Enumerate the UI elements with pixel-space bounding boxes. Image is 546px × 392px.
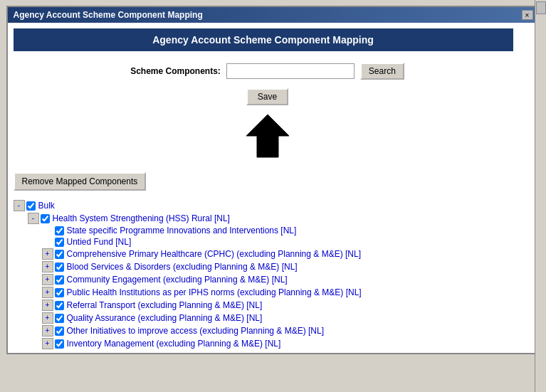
svg-marker-0: [246, 115, 289, 157]
tree-checkbox[interactable]: [55, 263, 64, 272]
tree-item-label[interactable]: Public Health Institutions as per IPHS n…: [67, 287, 362, 297]
tree-checkbox[interactable]: [55, 238, 64, 247]
arrow-indicator: [243, 111, 293, 161]
scrollbar-thumb[interactable]: [536, 1, 546, 14]
tree-checkbox[interactable]: [26, 201, 36, 211]
search-form-row: Scheme Components: Search: [8, 57, 527, 85]
search-button[interactable]: Search: [360, 63, 404, 80]
page-header: Agency Account Scheme Component Mapping: [14, 28, 513, 51]
window-titlebar: Agency Account Scheme Component Mapping …: [8, 7, 539, 23]
tree-item-label[interactable]: Health System Strengthening (HSS) Rural …: [53, 213, 230, 223]
window-title: Agency Account Scheme Component Mapping: [14, 10, 203, 20]
tree-toggle-btn[interactable]: +: [42, 274, 53, 285]
tree-area: -Bulk-Health System Strengthening (HSS) …: [8, 196, 527, 353]
scrollbar[interactable]: [535, 0, 546, 392]
tree-checkbox[interactable]: [55, 288, 64, 297]
tree-item-label[interactable]: Quality Assurance (excluding Planning & …: [67, 313, 263, 323]
tree-checkbox[interactable]: [55, 314, 64, 323]
save-row: Save: [241, 85, 294, 111]
tree-row: +Other Initiatives to improve access (ex…: [42, 324, 522, 337]
tree-row: +Comprehensive Primary Healthcare (CPHC)…: [42, 248, 522, 260]
tree-toggle-btn[interactable]: +: [42, 261, 53, 272]
tree-toggle-btn[interactable]: +: [42, 312, 53, 324]
tree-row: State specific Programme Innovations and…: [42, 225, 522, 236]
tree-row: Untied Fund [NL]: [42, 236, 522, 248]
tree-item-label[interactable]: Untied Fund [NL]: [67, 237, 132, 247]
tree-checkbox[interactable]: [55, 226, 64, 235]
tree-row: +Public Health Institutions as per IPHS …: [42, 286, 522, 299]
remove-mapped-components-button[interactable]: Remove Mapped Components: [14, 172, 147, 191]
tree-item-label[interactable]: Blood Services & Disorders (excluding Pl…: [67, 262, 298, 272]
content-area: Agency Account Scheme Component Mapping …: [8, 28, 539, 353]
tree-toggle-btn[interactable]: +: [42, 248, 53, 260]
window-close-button[interactable]: ×: [522, 10, 533, 20]
tree-row: +Blood Services & Disorders (excluding P…: [42, 260, 522, 273]
save-button[interactable]: Save: [246, 88, 288, 105]
main-window: Agency Account Scheme Component Mapping …: [6, 6, 540, 354]
tree-checkbox[interactable]: [55, 301, 64, 310]
up-arrow-icon: [243, 111, 293, 161]
tree-toggle-btn[interactable]: +: [42, 325, 53, 337]
tree-toggle-btn[interactable]: -: [28, 213, 39, 224]
tree-row: +Referral Transport (excluding Planning …: [42, 299, 522, 312]
tree-checkbox[interactable]: [55, 275, 64, 285]
tree-item-label[interactable]: Inventory Management (excluding Planning…: [67, 339, 281, 349]
tree-item-label[interactable]: Community Engagement (excluding Planning…: [67, 275, 288, 285]
tree-row: +Inventory Management (excluding Plannin…: [42, 337, 522, 350]
tree-row: -Health System Strengthening (HSS) Rural…: [28, 212, 522, 225]
tree-toggle-btn[interactable]: +: [42, 338, 53, 349]
tree-checkbox[interactable]: [55, 250, 64, 259]
tree-item-label[interactable]: Referral Transport (excluding Planning &…: [67, 300, 263, 310]
tree-row: +Community Engagement (excluding Plannin…: [42, 273, 522, 286]
tree-item-label[interactable]: Bulk: [38, 201, 55, 211]
scheme-components-label: Scheme Components:: [130, 66, 221, 76]
remove-btn-row: Remove Mapped Components: [8, 169, 527, 196]
tree-item-label[interactable]: Comprehensive Primary Healthcare (CPHC) …: [67, 249, 361, 259]
tree-row: -Bulk: [14, 199, 522, 212]
tree-toggle-btn[interactable]: +: [42, 287, 53, 298]
scheme-components-input[interactable]: [226, 63, 355, 79]
tree-checkbox[interactable]: [41, 214, 50, 223]
tree-row: +Quality Assurance (excluding Planning &…: [42, 312, 522, 324]
tree-checkbox[interactable]: [55, 327, 64, 336]
tree-toggle-btn[interactable]: -: [14, 200, 25, 211]
tree-item-label[interactable]: State specific Programme Innovations and…: [67, 226, 297, 235]
tree-toggle-btn[interactable]: +: [42, 300, 53, 311]
tree-checkbox[interactable]: [55, 339, 64, 349]
tree-item-label[interactable]: Other Initiatives to improve access (exc…: [67, 326, 325, 336]
